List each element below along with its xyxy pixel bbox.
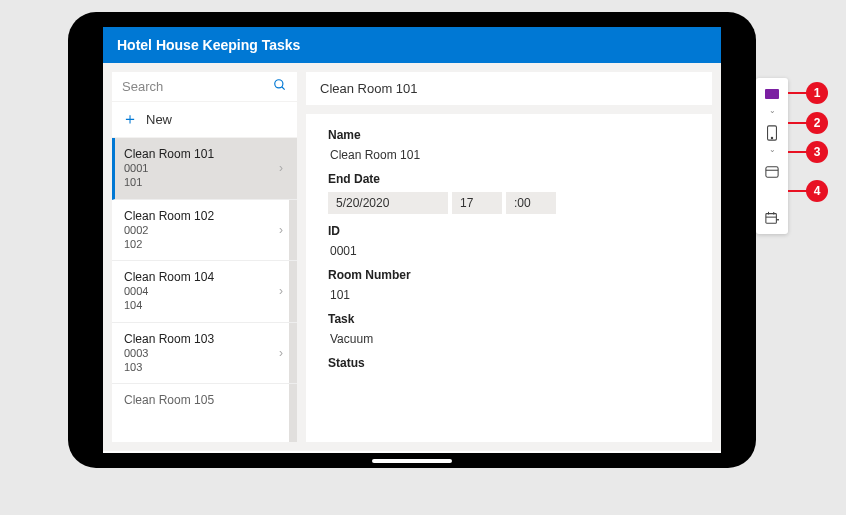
value-task: Vacuum xyxy=(328,332,690,346)
side-toolbar: ⌄ ⌄ xyxy=(756,78,788,234)
list-item-id: 0003 xyxy=(124,346,285,360)
task-list[interactable]: Clean Room 1010001101›Clean Room 1020002… xyxy=(112,138,297,442)
end-min-input[interactable]: :00 xyxy=(506,192,556,214)
app-screen: Hotel House Keeping Tasks Search ＋ New C… xyxy=(103,27,721,453)
mobile-icon[interactable] xyxy=(762,123,782,143)
date-icon[interactable] xyxy=(762,208,782,228)
app-header: Hotel House Keeping Tasks xyxy=(103,27,721,63)
list-item[interactable]: Clean Room 1010001101› xyxy=(112,138,297,200)
chevron-right-icon: › xyxy=(279,346,283,360)
list-item-room: 104 xyxy=(124,298,285,312)
left-panel: Search ＋ New Clean Room 1010001101›Clean… xyxy=(112,72,297,442)
value-id: 0001 xyxy=(328,244,690,258)
list-item[interactable]: Clean Room 1030003103› xyxy=(112,323,297,385)
chevron-down-icon[interactable]: ⌄ xyxy=(769,106,776,115)
list-item-room: 101 xyxy=(124,175,285,189)
end-hour-input[interactable]: 17 xyxy=(452,192,502,214)
list-item-title: Clean Room 103 xyxy=(124,332,285,346)
search-icon xyxy=(273,78,287,95)
detail-body: Name Clean Room 101 End Date 5/20/2020 1… xyxy=(306,114,712,442)
content-area: Search ＋ New Clean Room 1010001101›Clean… xyxy=(103,63,721,451)
list-item-id: 0001 xyxy=(124,161,285,175)
list-item-title: Clean Room 104 xyxy=(124,270,285,284)
list-item-id: 0004 xyxy=(124,284,285,298)
label-status: Status xyxy=(328,356,690,370)
label-id: ID xyxy=(328,224,690,238)
list-item[interactable]: Clean Room 1020002102› xyxy=(112,200,297,262)
callout-2: 2 xyxy=(806,112,828,134)
detail-header: Clean Room 101 xyxy=(306,72,712,105)
table-icon[interactable] xyxy=(762,162,782,182)
tablet-frame: Hotel House Keeping Tasks Search ＋ New C… xyxy=(68,12,756,468)
list-item-id: 0002 xyxy=(124,223,285,237)
svg-point-0 xyxy=(275,80,283,88)
callout-line xyxy=(788,190,808,192)
callout-line xyxy=(788,92,808,94)
end-date-input[interactable]: 5/20/2020 xyxy=(328,192,448,214)
label-task: Task xyxy=(328,312,690,326)
list-item[interactable]: Clean Room 1040004104› xyxy=(112,261,297,323)
callout-line xyxy=(788,151,808,153)
list-item[interactable]: Clean Room 105 xyxy=(112,384,297,407)
search-input[interactable]: Search xyxy=(112,72,297,101)
chevron-right-icon: › xyxy=(279,284,283,298)
value-room: 101 xyxy=(328,288,690,302)
detail-title: Clean Room 101 xyxy=(320,81,418,96)
value-name: Clean Room 101 xyxy=(328,148,690,162)
callout-4: 4 xyxy=(806,180,828,202)
list-item-title: Clean Room 105 xyxy=(124,393,285,407)
detail-panel: Clean Room 101 Name Clean Room 101 End D… xyxy=(306,72,712,442)
new-button[interactable]: ＋ New xyxy=(112,102,297,137)
list-item-title: Clean Room 101 xyxy=(124,147,285,161)
credit-card-icon[interactable] xyxy=(762,84,782,104)
list-item-title: Clean Room 102 xyxy=(124,209,285,223)
svg-rect-4 xyxy=(766,167,778,178)
label-room: Room Number xyxy=(328,268,690,282)
callout-3: 3 xyxy=(806,141,828,163)
list-item-room: 103 xyxy=(124,360,285,374)
svg-line-1 xyxy=(282,87,285,90)
app-title: Hotel House Keeping Tasks xyxy=(117,37,300,53)
new-label: New xyxy=(146,112,172,127)
callout-line xyxy=(788,122,808,124)
home-indicator xyxy=(372,459,452,463)
plus-icon: ＋ xyxy=(122,109,138,130)
chevron-right-icon: › xyxy=(279,161,283,175)
chevron-down-icon[interactable]: ⌄ xyxy=(769,145,776,154)
chevron-right-icon: › xyxy=(279,223,283,237)
search-placeholder: Search xyxy=(122,79,163,94)
label-name: Name xyxy=(328,128,690,142)
callout-1: 1 xyxy=(806,82,828,104)
end-date-row: 5/20/2020 17 :00 xyxy=(328,192,690,214)
list-item-room: 102 xyxy=(124,237,285,251)
svg-rect-6 xyxy=(766,214,777,224)
label-end-date: End Date xyxy=(328,172,690,186)
svg-point-3 xyxy=(771,137,772,138)
